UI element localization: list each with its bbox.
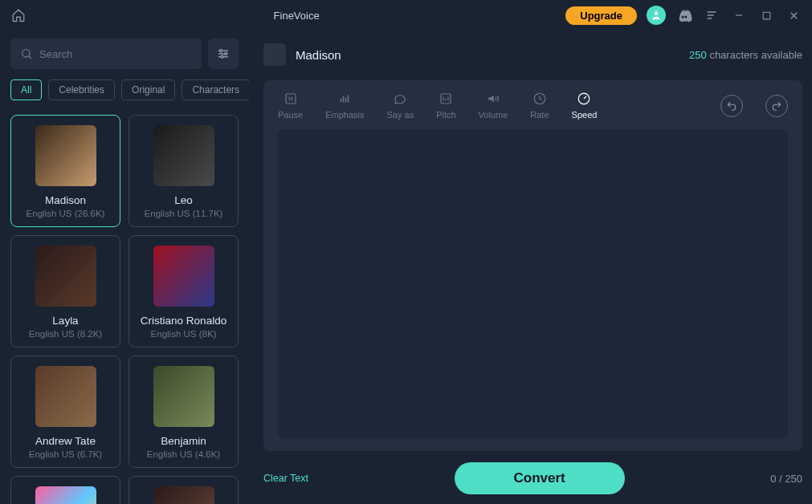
sayas-icon — [393, 91, 407, 106]
home-button[interactable] — [10, 6, 27, 24]
minimize-button[interactable] — [730, 6, 748, 24]
svg-point-4 — [225, 53, 227, 55]
voice-avatar — [35, 246, 96, 307]
voice-name: Cristiano Ronaldo — [136, 315, 231, 327]
filter-tab-all[interactable]: All — [10, 79, 42, 100]
tool-label: Pause — [278, 110, 303, 120]
search-box[interactable] — [10, 39, 202, 69]
tool-emphasis[interactable]: Emphasis — [325, 91, 364, 120]
tool-label: Volume — [479, 110, 508, 120]
voice-avatar — [35, 486, 96, 504]
account-avatar[interactable] — [647, 6, 666, 25]
svg-rect-8 — [343, 96, 345, 103]
svg-point-5 — [221, 55, 223, 58]
svg-point-0 — [655, 11, 659, 15]
filter-tab-original[interactable]: Original — [121, 79, 175, 100]
voice-name: Andrew Tate — [18, 435, 113, 447]
emphasis-icon — [337, 91, 352, 106]
tool-label: Pitch — [436, 110, 455, 120]
convert-button[interactable]: Convert — [455, 462, 625, 494]
tool-rate[interactable]: Rate — [530, 91, 549, 120]
pause-icon — [284, 91, 298, 106]
pitch-icon — [439, 91, 453, 106]
voice-card[interactable]: LaylaEnglish US (8.2K) — [10, 235, 120, 348]
voice-card[interactable] — [10, 476, 120, 504]
voice-name: Leo — [136, 194, 231, 206]
voice-meta: English US (8.2K) — [18, 329, 113, 339]
voice-meta: English US (6.7K) — [18, 449, 113, 459]
voice-meta: English US (26.6K) — [18, 209, 113, 218]
voice-card[interactable]: BenjaminEnglish US (4.6K) — [129, 356, 239, 468]
tool-say-as[interactable]: Say as — [387, 91, 414, 120]
voice-card[interactable]: MadisonEnglish US (26.6K) — [10, 115, 120, 227]
voice-meta: English US (8K) — [136, 329, 231, 339]
tool-speed[interactable]: Speed — [572, 91, 598, 120]
voice-name: Benjamin — [136, 435, 231, 447]
tool-label: Speed — [572, 110, 598, 120]
character-counter: 0 / 250 — [770, 473, 802, 485]
tool-volume[interactable]: Volume — [479, 91, 508, 120]
voice-name: Layla — [18, 315, 113, 327]
svg-rect-6 — [286, 94, 296, 104]
volume-icon — [486, 91, 500, 106]
filter-button[interactable] — [208, 39, 239, 69]
tool-label: Emphasis — [325, 110, 364, 120]
close-button[interactable] — [785, 6, 802, 24]
svg-rect-9 — [345, 98, 347, 103]
upgrade-button[interactable]: Upgrade — [565, 6, 637, 25]
voice-avatar — [153, 486, 214, 504]
voice-card[interactable] — [129, 476, 239, 504]
redo-button[interactable] — [765, 95, 788, 117]
filter-tab-celebrities[interactable]: Celebrities — [48, 79, 115, 100]
voice-avatar — [35, 366, 96, 427]
maximize-button[interactable] — [757, 6, 775, 24]
voice-avatar — [153, 246, 214, 307]
voice-avatar — [153, 125, 214, 186]
characters-available: 250 characters available — [689, 49, 802, 61]
rate-icon — [532, 91, 547, 106]
svg-rect-1 — [763, 12, 770, 19]
voice-avatar — [35, 125, 96, 186]
voice-name: Madison — [18, 194, 113, 206]
tool-pause[interactable]: Pause — [278, 91, 303, 120]
app-title: FineVoice — [27, 10, 565, 22]
voice-card[interactable]: Andrew TateEnglish US (6.7K) — [10, 356, 120, 468]
text-editor[interactable] — [278, 129, 788, 438]
voice-card[interactable]: LeoEnglish US (11.7K) — [129, 115, 239, 227]
undo-button[interactable] — [720, 95, 743, 117]
current-voice-name: Madison — [296, 48, 679, 62]
clear-text-button[interactable]: Clear Text — [263, 473, 308, 484]
svg-point-2 — [22, 50, 30, 57]
svg-rect-10 — [348, 96, 349, 103]
current-voice-avatar — [263, 43, 286, 66]
voice-meta: English US (11.7K) — [136, 209, 231, 218]
menu-icon[interactable] — [703, 6, 720, 24]
discord-icon[interactable] — [675, 6, 693, 24]
voice-meta: English US (4.6K) — [136, 449, 231, 459]
voice-avatar — [153, 366, 214, 427]
svg-rect-7 — [341, 99, 342, 103]
tool-label: Say as — [387, 110, 414, 120]
svg-point-3 — [220, 50, 222, 52]
speed-icon — [577, 91, 591, 106]
filter-tab-characters[interactable]: Characters — [182, 79, 249, 100]
search-icon — [20, 47, 33, 60]
tool-label: Rate — [530, 110, 549, 120]
voice-card[interactable]: Cristiano RonaldoEnglish US (8K) — [129, 235, 239, 348]
search-input[interactable] — [39, 48, 192, 60]
tool-pitch[interactable]: Pitch — [436, 91, 455, 120]
